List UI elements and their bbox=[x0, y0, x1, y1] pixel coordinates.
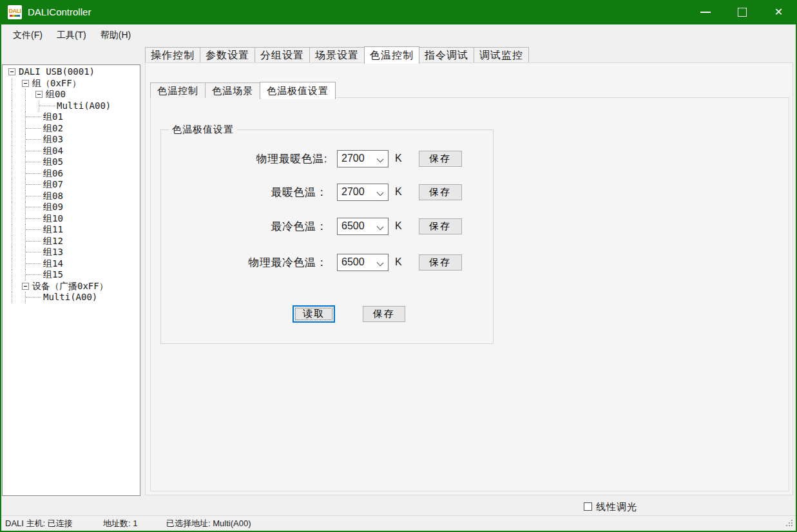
tree-collapse-icon[interactable] bbox=[22, 80, 29, 87]
tree-item[interactable]: 组13 bbox=[3, 247, 140, 258]
tree-item[interactable]: 组05 bbox=[3, 157, 140, 168]
tree-guide-line bbox=[19, 89, 33, 100]
tree-item[interactable]: 组15 bbox=[3, 269, 140, 281]
ct-limit-row-physical-warmest: 物理最暖色温:2700K保存 bbox=[161, 149, 493, 167]
app-logo-icon: DALI bbox=[8, 5, 22, 19]
color-temp-limits-groupbox: 色温极值设置 物理最暖色温:2700K保存最暖色温：2700K保存最冷色温：65… bbox=[160, 129, 494, 344]
combobox-value: 2700 bbox=[338, 153, 365, 164]
resize-grip-icon[interactable] bbox=[791, 525, 792, 526]
sub-tab-strip: 色温控制色温场景色温极值设置 bbox=[150, 82, 335, 98]
save-button[interactable]: 保存 bbox=[419, 254, 462, 271]
tree-item-label: 组02 bbox=[43, 123, 63, 135]
color-temp-combobox[interactable]: 6500 bbox=[337, 254, 389, 271]
tree-item[interactable]: 组12 bbox=[3, 236, 140, 247]
groupbox-title: 色温极值设置 bbox=[169, 124, 237, 136]
save-button[interactable]: 保存 bbox=[419, 218, 462, 234]
chevron-down-icon[interactable] bbox=[377, 223, 384, 230]
tree-item[interactable]: 组（0xFF） bbox=[3, 78, 140, 90]
menu-help[interactable]: 帮助(H) bbox=[93, 24, 138, 46]
tree-connector bbox=[33, 224, 43, 236]
tree-item[interactable]: 组00 bbox=[3, 89, 140, 100]
tree-item-label: 组08 bbox=[43, 191, 63, 202]
tree-guide-line bbox=[6, 236, 19, 247]
tree-collapse-icon[interactable] bbox=[35, 91, 43, 98]
unit-label: K bbox=[395, 256, 402, 268]
tree-guide-line bbox=[6, 213, 19, 225]
window-border-left bbox=[0, 0, 1, 532]
minimize-button[interactable] bbox=[687, 0, 724, 24]
subtab-color-temp-scene[interactable]: 色温场景 bbox=[205, 82, 260, 98]
tree-item[interactable]: 设备（广播0xFF） bbox=[3, 281, 140, 292]
chevron-down-icon[interactable] bbox=[377, 259, 384, 266]
tab-parameter-settings[interactable]: 参数设置 bbox=[200, 47, 255, 62]
chevron-down-icon[interactable] bbox=[377, 155, 384, 162]
tree-guide-line bbox=[6, 269, 19, 281]
combobox-value: 6500 bbox=[338, 256, 365, 268]
tree-item[interactable]: Multi(A00) bbox=[3, 100, 140, 112]
tree-guide-line bbox=[6, 292, 19, 303]
unit-label: K bbox=[395, 186, 402, 198]
tree-item-label: DALI USB(0001) bbox=[19, 66, 95, 78]
read-button[interactable]: 读取 bbox=[293, 305, 335, 323]
window-title: DALIController bbox=[28, 0, 91, 24]
tree-connector bbox=[33, 179, 43, 191]
tree-item[interactable]: 组04 bbox=[3, 146, 140, 157]
tree-item[interactable]: 组02 bbox=[3, 123, 140, 135]
tree-connector bbox=[33, 168, 43, 180]
tree-guide-line bbox=[6, 134, 19, 146]
tree-item[interactable]: 组01 bbox=[3, 111, 140, 123]
ct-limit-row-warmest: 最暖色温：2700K保存 bbox=[161, 183, 493, 201]
tab-command-debug[interactable]: 指令调试 bbox=[419, 47, 474, 62]
color-temp-combobox[interactable]: 2700 bbox=[337, 150, 389, 167]
title-bar: DALI DALIController ✕ bbox=[0, 0, 797, 24]
linear-dimming-checkbox[interactable] bbox=[584, 502, 592, 511]
tree-item[interactable]: Multi(A00) bbox=[3, 292, 140, 303]
menu-tools[interactable]: 工具(T) bbox=[50, 24, 93, 46]
status-address-count: 地址数: 1 bbox=[103, 516, 137, 531]
menu-file[interactable]: 文件(F) bbox=[6, 24, 50, 46]
tree-item[interactable]: DALI USB(0001) bbox=[3, 66, 140, 78]
status-bar: DALI 主机: 已连接 地址数: 1 已选择地址: Multi(A00) bbox=[0, 516, 797, 531]
tree-item-label: 组14 bbox=[43, 258, 63, 270]
color-temp-combobox[interactable]: 2700 bbox=[337, 184, 389, 201]
close-icon: ✕ bbox=[774, 7, 783, 17]
tree-item-label: 组12 bbox=[43, 236, 63, 247]
tree-item[interactable]: 组06 bbox=[3, 168, 140, 180]
tree-item-label: 组06 bbox=[43, 168, 63, 180]
tree-collapse-icon[interactable] bbox=[8, 68, 15, 75]
tree-item[interactable]: 组10 bbox=[3, 213, 140, 225]
tab-group-settings[interactable]: 分组设置 bbox=[254, 47, 310, 62]
tree-guide-line bbox=[6, 89, 19, 100]
save-button[interactable]: 保存 bbox=[419, 151, 462, 167]
tree-guide-line bbox=[19, 100, 33, 112]
subtab-color-temp-control[interactable]: 色温控制 bbox=[150, 82, 206, 98]
tree-guide-line bbox=[6, 146, 19, 157]
tree-item[interactable]: 组03 bbox=[3, 134, 140, 146]
tree-item[interactable]: 组11 bbox=[3, 224, 140, 236]
save-button[interactable]: 保存 bbox=[419, 184, 462, 200]
menu-bar: 文件(F)工具(T)帮助(H) bbox=[1, 24, 796, 46]
tree-item[interactable]: 组09 bbox=[3, 202, 140, 213]
tab-color-temp-control[interactable]: 色温控制 bbox=[364, 46, 419, 64]
save-all-button[interactable]: 保存 bbox=[363, 306, 405, 322]
tree-item[interactable]: 组08 bbox=[3, 191, 140, 202]
close-button[interactable]: ✕ bbox=[760, 0, 797, 24]
tab-debug-monitor[interactable]: 调试监控 bbox=[474, 47, 529, 62]
tree-collapse-icon[interactable] bbox=[22, 283, 29, 290]
tree-item-label: Multi(A00) bbox=[57, 100, 111, 112]
main-tab-strip: 操作控制参数设置分组设置场景设置色温控制指令调试调试监控 bbox=[145, 46, 528, 62]
chevron-down-icon[interactable] bbox=[377, 189, 384, 196]
tree-connector bbox=[33, 202, 43, 213]
tab-operation-control[interactable]: 操作控制 bbox=[145, 47, 200, 62]
tab-scene-settings[interactable]: 场景设置 bbox=[309, 47, 365, 62]
unit-label: K bbox=[395, 220, 402, 232]
tree-item[interactable]: 组14 bbox=[3, 258, 140, 270]
status-host-connection: DALI 主机: 已连接 bbox=[5, 516, 73, 531]
tree-guide-line bbox=[6, 100, 19, 112]
tree-connector bbox=[33, 269, 43, 281]
maximize-button[interactable] bbox=[724, 0, 760, 24]
color-temp-combobox[interactable]: 6500 bbox=[337, 218, 389, 235]
tree-item[interactable]: 组07 bbox=[3, 179, 140, 191]
subtab-color-temp-limits[interactable]: 色温极值设置 bbox=[260, 82, 336, 99]
tree-item-label: 组（0xFF） bbox=[32, 78, 81, 90]
